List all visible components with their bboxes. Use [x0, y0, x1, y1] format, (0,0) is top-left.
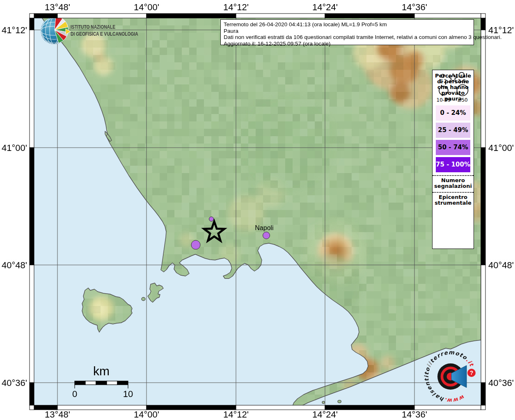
legend-fear-swatch: 75 - 100% [436, 157, 470, 172]
legend-epicenter-title: Epicentrostrumentale [433, 194, 474, 206]
legend-fear-swatch: 0 - 24% [436, 105, 470, 121]
legend-divider [433, 175, 474, 176]
felt-report-circle [191, 240, 200, 249]
svg-text:13°48': 13°48' [45, 409, 70, 420]
svg-text:14°24': 14°24' [312, 409, 338, 420]
event-info-line: Dati non verificati estratti da 106 ques… [224, 34, 471, 41]
legend-fear-swatch: 50 - 74% [436, 140, 470, 155]
ingv-name-line1: ISTITUTO NAZIONALE [71, 24, 115, 30]
svg-text:14°12': 14°12' [223, 2, 249, 12]
legend-fear-swatches: 0 - 24%25 - 49%50 - 74%75 - 100% [433, 105, 474, 172]
scale-start-label: 0 [72, 389, 77, 399]
legend-epicenter-symbol [433, 70, 473, 87]
felt-report-circle [209, 217, 214, 221]
svg-text:14°36': 14°36' [402, 409, 427, 420]
svg-text:41°00': 41°00' [2, 143, 27, 153]
svg-text:10-49: 10-49 [437, 97, 451, 103]
legend: Percentualedi personeche hannoprovatopau… [432, 70, 474, 249]
question-mark: ? [470, 370, 474, 376]
ingv-name-line2: DI GEOFISICA E VULCANOLOGIA [71, 31, 138, 37]
felt-report-circle [263, 232, 270, 239]
event-info-line: Terremoto del 26-04-2020 04:41:13 (ora l… [224, 21, 471, 28]
svg-text:14°36': 14°36' [402, 2, 427, 12]
legend-divider2 [433, 192, 474, 193]
svg-text:14°12': 14°12' [223, 409, 249, 420]
svg-text:41°12': 41°12' [2, 25, 27, 35]
legend-fear-swatch: 25 - 49% [436, 123, 470, 138]
svg-text:40°36': 40°36' [488, 378, 514, 388]
scale-unit-label: km [93, 364, 110, 378]
svg-text:40°48': 40°48' [2, 260, 27, 270]
svg-text:14°24': 14°24' [312, 2, 338, 12]
epicenter-star-icon [449, 74, 458, 82]
svg-text:40°48': 40°48' [488, 260, 514, 270]
scale-end-label: 10 [123, 389, 133, 399]
city-label-napoli: Napoli [255, 224, 273, 231]
event-info-line: Paura [224, 28, 471, 34]
svg-text:40°36': 40°36' [2, 378, 27, 388]
svg-text:13°48': 13°48' [45, 2, 70, 12]
event-info-box: Terremoto del 26-04-2020 04:41:13 (ora l… [220, 19, 474, 45]
svg-text:≥50: ≥50 [457, 97, 467, 103]
legend-count-title: Numerosegnalazioni [433, 178, 474, 189]
svg-text:41°00': 41°00' [488, 143, 514, 153]
event-info-line: Aggiornato il: 16-12-2025 09:57 (ora loc… [224, 41, 471, 47]
svg-text:14°00': 14°00' [134, 2, 159, 12]
svg-text:14°00': 14°00' [134, 409, 159, 420]
haisentito-map-page: Napoli km 0 10 ISTITUTO N [0, 0, 515, 420]
